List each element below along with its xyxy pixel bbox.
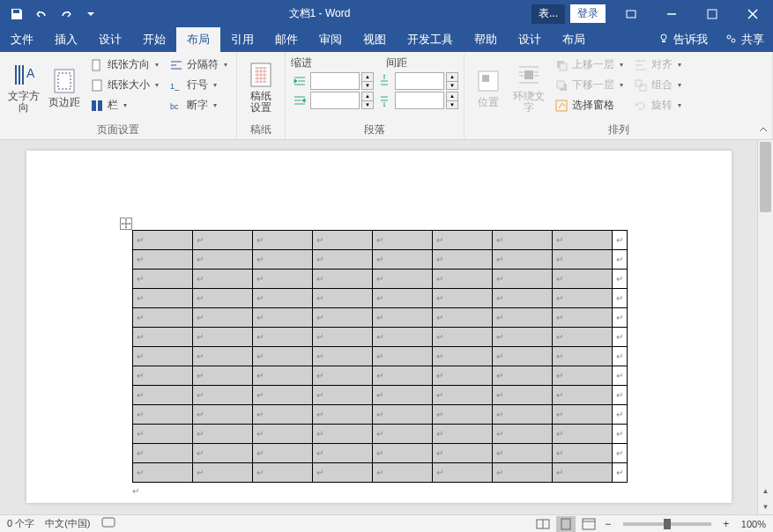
ribbon-display-button[interactable] <box>611 0 651 27</box>
spacing-before-spinner[interactable]: ▲▼ <box>446 72 458 90</box>
table-cell[interactable]: ↵ <box>312 386 372 405</box>
table-cell[interactable]: ↵ <box>372 444 432 463</box>
table-cell[interactable]: ↵ <box>492 250 552 270</box>
table-cell[interactable]: ↵ <box>432 328 492 347</box>
send-backward-button[interactable]: 下移一层▾ <box>551 76 627 94</box>
table-cell[interactable]: ↵ <box>612 289 627 308</box>
table-cell[interactable]: ↵ <box>492 444 552 463</box>
table-cell[interactable]: ↵ <box>192 463 252 483</box>
login-button[interactable]: 登录 <box>570 4 606 23</box>
table-cell[interactable]: ↵ <box>132 289 192 308</box>
table-cell[interactable]: ↵ <box>492 347 552 366</box>
table-cell[interactable]: ↵ <box>372 289 432 308</box>
indent-right-spinner[interactable]: ▲▼ <box>361 92 374 109</box>
bring-forward-button[interactable]: 上移一层▾ <box>551 55 627 74</box>
table-cell[interactable]: ↵ <box>132 347 192 366</box>
table-cell[interactable]: ↵ <box>552 308 612 328</box>
table-cell[interactable]: ↵ <box>552 463 612 483</box>
table-cell[interactable]: ↵ <box>192 425 252 444</box>
table-cell[interactable]: ↵ <box>252 231 312 250</box>
line-numbers-button[interactable]: 1⎯ 行号▾ <box>166 76 231 94</box>
breaks-button[interactable]: 分隔符▾ <box>166 55 231 74</box>
table-cell[interactable]: ↵ <box>192 250 252 270</box>
scroll-down-button[interactable]: ▼ <box>758 499 773 514</box>
table-cell[interactable]: ↵ <box>192 366 252 386</box>
table-cell[interactable]: ↵ <box>132 386 192 405</box>
table-move-handle[interactable] <box>120 218 132 230</box>
table-cell[interactable]: ↵ <box>132 405 192 425</box>
table-cell[interactable]: ↵ <box>612 231 627 250</box>
table-cell[interactable]: ↵ <box>552 444 612 463</box>
zoom-in-button[interactable]: + <box>720 518 732 530</box>
tab-table-design[interactable]: 设计 <box>508 27 552 52</box>
table-cell[interactable]: ↵ <box>252 328 312 347</box>
table-cell[interactable]: ↵ <box>552 366 612 386</box>
tab-table-layout[interactable]: 布局 <box>552 27 596 52</box>
table-cell[interactable]: ↵ <box>492 289 552 308</box>
word-count[interactable]: 0 个字 <box>7 517 34 530</box>
table-cell[interactable]: ↵ <box>552 425 612 444</box>
table-cell[interactable]: ↵ <box>432 405 492 425</box>
tab-devtools[interactable]: 开发工具 <box>397 27 464 52</box>
table-cell[interactable]: ↵ <box>192 289 252 308</box>
read-mode-button[interactable] <box>533 516 553 532</box>
table-cell[interactable]: ↵ <box>312 347 372 366</box>
save-button[interactable] <box>5 3 28 26</box>
tab-mail[interactable]: 邮件 <box>264 27 308 52</box>
table-cell[interactable]: ↵ <box>492 366 552 386</box>
scrollbar-thumb[interactable] <box>760 142 771 212</box>
table-cell[interactable]: ↵ <box>132 270 192 289</box>
orientation-button[interactable]: 纸张方向▾ <box>86 55 162 74</box>
table-cell[interactable]: ↵ <box>432 270 492 289</box>
table-row[interactable]: ↵↵↵↵↵↵↵↵↵ <box>132 425 627 444</box>
table-cell[interactable]: ↵ <box>132 366 192 386</box>
table-cell[interactable]: ↵ <box>312 366 372 386</box>
table-cell[interactable]: ↵ <box>312 231 372 250</box>
tab-start[interactable]: 开始 <box>132 27 176 52</box>
table-cell[interactable]: ↵ <box>192 270 252 289</box>
table-row[interactable]: ↵↵↵↵↵↵↵↵↵ <box>132 231 627 250</box>
table-cell[interactable]: ↵ <box>312 289 372 308</box>
table-cell[interactable]: ↵ <box>612 463 627 483</box>
tab-help[interactable]: 帮助 <box>464 27 508 52</box>
table-row[interactable]: ↵↵↵↵↵↵↵↵↵ <box>132 444 627 463</box>
table-cell[interactable]: ↵ <box>372 250 432 270</box>
table-cell[interactable]: ↵ <box>492 270 552 289</box>
table-cell[interactable]: ↵ <box>252 405 312 425</box>
table-cell[interactable]: ↵ <box>492 425 552 444</box>
table-cell[interactable]: ↵ <box>132 444 192 463</box>
table-cell[interactable]: ↵ <box>372 386 432 405</box>
table-cell[interactable]: ↵ <box>612 328 627 347</box>
tab-insert[interactable]: 插入 <box>44 27 88 52</box>
table-row[interactable]: ↵↵↵↵↵↵↵↵↵ <box>132 289 627 308</box>
table-cell[interactable]: ↵ <box>612 270 627 289</box>
table-row[interactable]: ↵↵↵↵↵↵↵↵↵ <box>132 405 627 425</box>
table-cell[interactable]: ↵ <box>312 328 372 347</box>
table-cell[interactable]: ↵ <box>612 405 627 425</box>
table-cell[interactable]: ↵ <box>252 308 312 328</box>
tab-layout[interactable]: 布局 <box>176 27 220 52</box>
table-row[interactable]: ↵↵↵↵↵↵↵↵↵ <box>132 463 627 483</box>
table-cell[interactable]: ↵ <box>432 463 492 483</box>
selection-pane-button[interactable]: 选择窗格 <box>551 96 627 115</box>
table-cell[interactable]: ↵ <box>312 463 372 483</box>
table-cell[interactable]: ↵ <box>552 347 612 366</box>
tab-reference[interactable]: 引用 <box>220 27 264 52</box>
spacing-after-input[interactable] <box>395 92 444 109</box>
table-cell[interactable]: ↵ <box>192 386 252 405</box>
zoom-thumb[interactable] <box>664 519 671 529</box>
table-cell[interactable]: ↵ <box>612 347 627 366</box>
table-cell[interactable]: ↵ <box>552 289 612 308</box>
share-button[interactable]: 共享 <box>717 32 773 48</box>
manuscript-settings-button[interactable]: 稿纸 设置 <box>242 55 279 119</box>
table-cell[interactable]: ↵ <box>312 444 372 463</box>
table-cell[interactable]: ↵ <box>252 250 312 270</box>
table-cell[interactable]: ↵ <box>372 270 432 289</box>
table-cell[interactable]: ↵ <box>492 386 552 405</box>
table-cell[interactable]: ↵ <box>492 308 552 328</box>
table-cell[interactable]: ↵ <box>252 386 312 405</box>
table-cell[interactable]: ↵ <box>312 405 372 425</box>
table-cell[interactable]: ↵ <box>552 405 612 425</box>
table-row[interactable]: ↵↵↵↵↵↵↵↵↵ <box>132 328 627 347</box>
document-canvas[interactable]: ↵↵↵↵↵↵↵↵↵↵↵↵↵↵↵↵↵↵↵↵↵↵↵↵↵↵↵↵↵↵↵↵↵↵↵↵↵↵↵↵… <box>0 140 757 514</box>
